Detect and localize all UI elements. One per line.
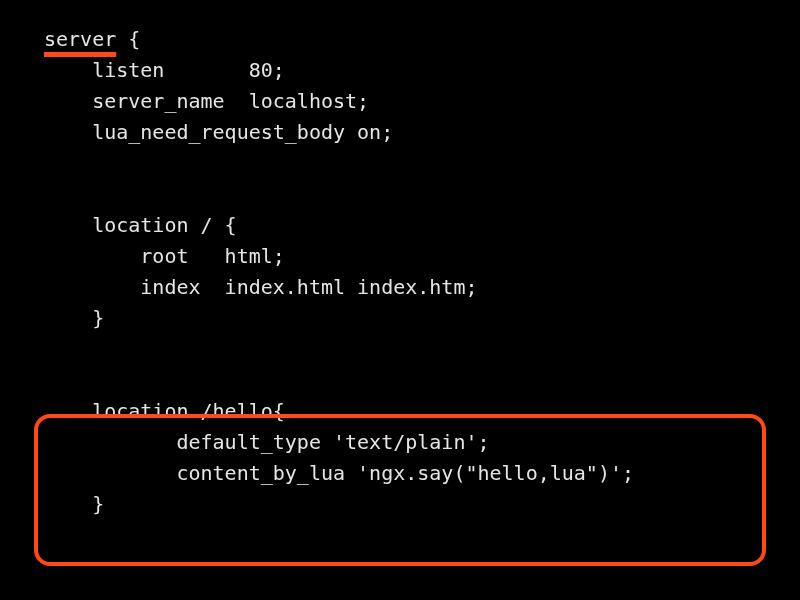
code-line-2: listen 80; <box>44 58 285 82</box>
code-line-1b: { <box>116 27 140 51</box>
code-line-8: root html; <box>44 244 285 268</box>
code-line-14: default_type 'text/plain'; <box>44 430 490 454</box>
code-line-7: location / { <box>44 213 237 237</box>
code-line-3: server_name localhost; <box>44 89 369 113</box>
code-line-4: lua_need_request_body on; <box>44 120 393 144</box>
code-line-10: } <box>44 306 104 330</box>
code-line-15: content_by_lua 'ngx.say("hello,lua")'; <box>44 461 634 485</box>
nginx-config-code: server { listen 80; server_name localhos… <box>44 24 634 520</box>
code-line-9: index index.html index.htm; <box>44 275 477 299</box>
server-keyword: server <box>44 27 116 51</box>
code-line-16: } <box>44 492 104 516</box>
code-line-13: location /hello{ <box>44 399 285 423</box>
